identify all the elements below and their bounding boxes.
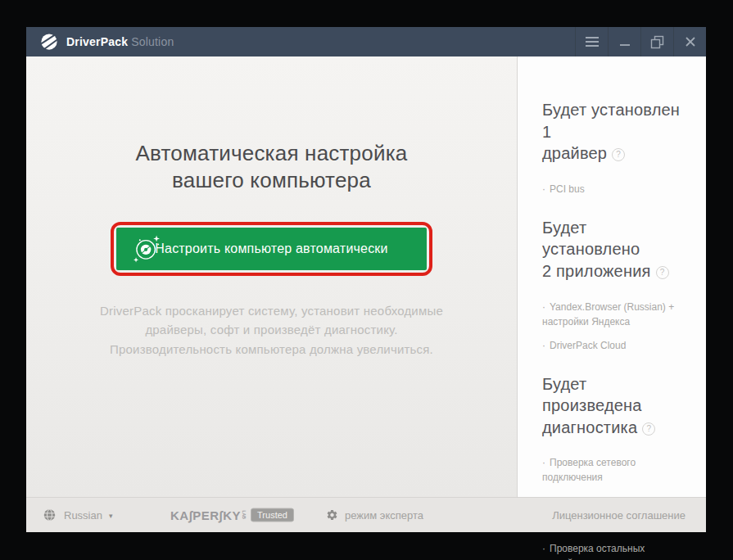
drivers-section: Будет установлен 1 драйвер? PCI bus: [542, 99, 685, 196]
expert-mode-toggle[interactable]: режим эксперта: [326, 509, 423, 522]
menu-button[interactable]: [575, 27, 608, 56]
diagnostics-heading-text: Будет произведена диагностика: [542, 375, 642, 436]
main-panel: Автоматическая настройка вашего компьюте…: [26, 56, 517, 497]
apps-heading-text: Будет установлено 2 приложения: [542, 219, 651, 280]
list-item: PCI bus: [542, 182, 685, 196]
license-agreement-link[interactable]: Лицензионное соглашение: [552, 509, 685, 522]
help-icon[interactable]: ?: [612, 148, 625, 161]
window-title: DriverPackSolution: [66, 35, 174, 48]
kaspersky-lab-label: LAB: [242, 511, 246, 519]
list-item: Проверка остальных устройств: [542, 541, 685, 560]
help-icon[interactable]: ?: [656, 266, 669, 279]
expert-mode-label: режим эксперта: [345, 509, 423, 522]
apps-list: Yandex.Browser (Russian) + настройки Янд…: [542, 300, 685, 353]
restore-icon: [650, 35, 664, 49]
titlebar: DriverPackSolution: [26, 27, 706, 56]
kaspersky-trusted-badge: KA∫PER∫KY LAB Trusted: [170, 508, 294, 522]
window-body: Автоматическая настройка вашего компьюте…: [26, 56, 706, 497]
list-item: DriverPack Cloud: [542, 338, 685, 353]
close-button[interactable]: [673, 27, 706, 56]
drivers-section-heading: Будет установлен 1 драйвер?: [542, 99, 685, 165]
language-label: Russian: [64, 509, 102, 522]
disc-sparkle-icon: [131, 233, 162, 265]
driverpack-window: DriverPackSolution: [26, 27, 706, 532]
help-icon[interactable]: ?: [642, 422, 655, 436]
diagnostics-section-heading: Будет произведена диагностика?: [542, 373, 685, 439]
hamburger-menu-icon: [584, 35, 600, 48]
red-highlight-annotation: Настроить компьютер автоматически: [111, 222, 432, 276]
gear-icon: [326, 509, 338, 522]
drivers-list: PCI bus: [542, 182, 685, 196]
globe-icon: [43, 508, 57, 522]
footer-bar: Russian ▾ KA∫PER∫KY LAB Trusted режим эк…: [26, 497, 706, 532]
list-item: Проверка сетевого подключения: [542, 455, 685, 485]
minimize-icon: [618, 35, 631, 48]
window-title-suffix: Solution: [131, 35, 174, 48]
trusted-badge: Trusted: [251, 508, 294, 522]
kaspersky-logo: KA∫PER∫KY: [170, 508, 241, 522]
description-text: DriverPack просканирует систему, установ…: [26, 301, 517, 359]
window-controls: [575, 27, 706, 56]
apps-section: Будет установлено 2 приложения? Yandex.B…: [542, 217, 685, 353]
restore-button[interactable]: [640, 27, 673, 56]
close-icon: [684, 35, 697, 48]
driverpack-logo-icon: [40, 33, 58, 51]
window-title-brand: DriverPack: [66, 35, 128, 48]
summary-sidebar: Будет установлен 1 драйвер? PCI bus Буде…: [517, 56, 706, 497]
auto-setup-button[interactable]: Настроить компьютер автоматически: [116, 228, 427, 270]
list-item: Yandex.Browser (Russian) + настройки Янд…: [542, 300, 685, 329]
license-agreement-label: Лицензионное соглашение: [552, 509, 685, 522]
language-selector[interactable]: Russian ▾: [43, 508, 113, 522]
apps-section-heading: Будет установлено 2 приложения?: [542, 217, 685, 282]
auto-setup-button-label: Настроить компьютер автоматически: [155, 242, 387, 256]
drivers-heading-text: Будет установлен 1 драйвер: [542, 101, 680, 162]
page-title: Автоматическая настройка вашего компьюте…: [26, 140, 517, 194]
minimize-button[interactable]: [608, 27, 640, 56]
chevron-down-icon: ▾: [109, 511, 113, 519]
